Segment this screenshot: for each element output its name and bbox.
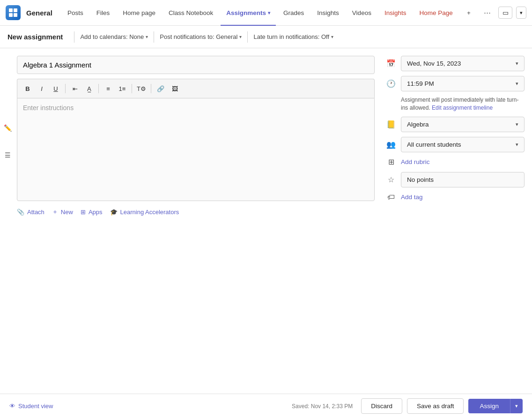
student-view-button[interactable]: 👁 Student view bbox=[9, 403, 53, 410]
video-icon: ▭ bbox=[502, 9, 509, 16]
nav-item-grades[interactable]: Grades bbox=[278, 0, 310, 26]
nav-item-videos[interactable]: Videos bbox=[347, 0, 377, 26]
notifications-chevron-icon: ▾ bbox=[239, 34, 242, 39]
nav-item-homepage2[interactable]: Home Page bbox=[414, 0, 458, 26]
link-button[interactable]: 🔗 bbox=[154, 82, 167, 95]
attach-icon: 📎 bbox=[17, 209, 24, 216]
add-tag-button[interactable]: Add tag bbox=[401, 194, 423, 201]
indent-button[interactable]: ⇤ bbox=[68, 82, 81, 95]
assign-chevron-button[interactable]: ▾ bbox=[510, 399, 523, 413]
students-chevron-icon: ▾ bbox=[516, 142, 518, 148]
time-selector[interactable]: 11:59 PM ▾ bbox=[401, 76, 525, 91]
toolbar-sep4 bbox=[151, 84, 151, 93]
nav-more-button[interactable]: ··· bbox=[480, 6, 495, 20]
app-title: General bbox=[26, 9, 52, 17]
editor-area: B I U ⇤ A̲ ≡ 1≡ T⚙ 🔗 🖼 Enter instruction… bbox=[13, 48, 382, 394]
list-icon[interactable]: ☰ bbox=[2, 149, 13, 161]
category-selector[interactable]: Algebra ▾ bbox=[401, 117, 525, 132]
side-icons: ✏️ ☰ bbox=[0, 48, 13, 394]
toolbar-sep1 bbox=[65, 84, 66, 93]
apps-button[interactable]: ⊞ Apps bbox=[81, 209, 103, 216]
bold-button[interactable]: B bbox=[21, 82, 34, 95]
date-row: 📅 Wed, Nov 15, 2023 ▾ bbox=[386, 56, 525, 71]
date-selector[interactable]: Wed, Nov 15, 2023 ▾ bbox=[401, 56, 525, 71]
eye-icon: 👁 bbox=[9, 403, 15, 410]
subheader: New assignment Add to calendars: None ▾ … bbox=[0, 26, 532, 48]
tag-row: 🏷 Add tag bbox=[386, 192, 525, 202]
apps-icon: ⊞ bbox=[81, 209, 86, 216]
add-rubric-button[interactable]: Add rubric bbox=[401, 158, 430, 165]
nav-add-button[interactable]: + bbox=[461, 0, 476, 26]
instructions-placeholder: Enter instructions bbox=[23, 104, 74, 112]
clock-icon: 🕐 bbox=[386, 79, 396, 89]
nav-item-insights[interactable]: Insights bbox=[311, 0, 345, 26]
bottom-toolbar: 📎 Attach ＋ New ⊞ Apps 🎓 Learning Acceler… bbox=[17, 201, 375, 223]
right-panel: 📅 Wed, Nov 15, 2023 ▾ 🕐 11:59 PM ▾ Assig… bbox=[382, 48, 532, 394]
assignment-note: Assignment will post immediately with la… bbox=[401, 96, 525, 112]
time-chevron-icon: ▾ bbox=[516, 81, 518, 87]
attach-button[interactable]: 📎 Attach bbox=[17, 209, 44, 216]
time-row: 🕐 11:59 PM ▾ bbox=[386, 76, 525, 91]
learning-accelerators-button[interactable]: 🎓 Learning Accelerators bbox=[110, 209, 179, 216]
nav-item-insights2[interactable]: Insights bbox=[379, 0, 412, 26]
category-row: 📒 Algebra ▾ bbox=[386, 117, 525, 132]
nav-video-button[interactable]: ▭ bbox=[498, 7, 512, 19]
main-content: ✏️ ☰ B I U ⇤ A̲ ≡ 1≡ T⚙ 🔗 🖼 Enter instru… bbox=[0, 48, 532, 394]
points-icon: ☆ bbox=[386, 174, 396, 185]
bullet-list-button[interactable]: ≡ bbox=[102, 82, 115, 95]
rubric-icon: ⊞ bbox=[386, 157, 396, 167]
nav-item-posts[interactable]: Posts bbox=[62, 0, 89, 26]
nav-item-files[interactable]: Files bbox=[91, 0, 116, 26]
new-icon: ＋ bbox=[52, 208, 58, 216]
subheader-divider3 bbox=[247, 31, 248, 43]
students-row: 👥 All current students ▾ bbox=[386, 137, 525, 152]
save-draft-button[interactable]: Save as draft bbox=[407, 398, 464, 414]
assignments-chevron-icon: ▾ bbox=[268, 10, 270, 15]
tag-icon: 🏷 bbox=[386, 192, 396, 202]
italic-button[interactable]: I bbox=[35, 82, 48, 95]
points-selector[interactable]: No points bbox=[401, 172, 525, 187]
students-selector[interactable]: All current students ▾ bbox=[401, 137, 525, 152]
expand-icon: ▾ bbox=[520, 10, 523, 16]
top-nav: General Posts Files Home page Class Note… bbox=[0, 0, 532, 26]
category-chevron-icon: ▾ bbox=[516, 121, 518, 127]
instructions-area[interactable]: Enter instructions bbox=[17, 98, 375, 201]
assign-button[interactable]: Assign bbox=[468, 399, 510, 413]
calendar-chevron-icon: ▾ bbox=[146, 34, 148, 39]
new-assignment-title: New assignment bbox=[7, 33, 63, 41]
text-style-button[interactable]: T⚙ bbox=[135, 82, 148, 95]
highlight-button[interactable]: A̲ bbox=[82, 82, 96, 95]
late-turn-chevron-icon: ▾ bbox=[331, 34, 333, 39]
late-turn-in[interactable]: Late turn in notifications: Off ▾ bbox=[253, 33, 333, 40]
image-button[interactable]: 🖼 bbox=[168, 82, 181, 95]
learning-icon: 🎓 bbox=[110, 209, 118, 216]
toolbar-sep2 bbox=[98, 84, 99, 93]
calendar-icon: 📅 bbox=[386, 59, 396, 69]
toolbar-sep3 bbox=[132, 84, 132, 93]
edit-icon[interactable]: ✏️ bbox=[2, 122, 13, 134]
underline-button[interactable]: U bbox=[49, 82, 62, 95]
saved-text: Saved: Nov 14, 2:33 PM bbox=[292, 403, 353, 410]
points-row: ☆ No points bbox=[386, 172, 525, 187]
category-icon: 📒 bbox=[386, 119, 396, 129]
assignment-title-input[interactable] bbox=[17, 56, 375, 74]
nav-item-class-notebook[interactable]: Class Notebook bbox=[163, 0, 219, 26]
app-logo bbox=[6, 5, 21, 20]
subheader-divider2 bbox=[154, 31, 154, 43]
assign-chevron-icon: ▾ bbox=[515, 403, 518, 409]
numbered-list-button[interactable]: 1≡ bbox=[116, 82, 129, 95]
assign-group: Assign ▾ bbox=[468, 399, 523, 413]
date-chevron-icon: ▾ bbox=[516, 60, 518, 67]
discard-button[interactable]: Discard bbox=[361, 398, 402, 414]
footer: 👁 Student view Saved: Nov 14, 2:33 PM Di… bbox=[0, 394, 532, 418]
new-button[interactable]: ＋ New bbox=[52, 208, 73, 216]
editor-toolbar: B I U ⇤ A̲ ≡ 1≡ T⚙ 🔗 🖼 bbox=[17, 79, 375, 98]
subheader-divider bbox=[74, 31, 74, 43]
post-notifications[interactable]: Post notifications to: General ▾ bbox=[160, 33, 242, 40]
nav-item-homepage[interactable]: Home page bbox=[117, 0, 161, 26]
nav-item-assignments[interactable]: Assignments ▾ bbox=[221, 0, 276, 26]
add-to-calendars[interactable]: Add to calendars: None ▾ bbox=[80, 33, 148, 40]
students-icon: 👥 bbox=[386, 139, 396, 149]
nav-expand-button[interactable]: ▾ bbox=[516, 7, 526, 19]
edit-timeline-link[interactable]: Edit assignment timeline bbox=[432, 104, 493, 111]
